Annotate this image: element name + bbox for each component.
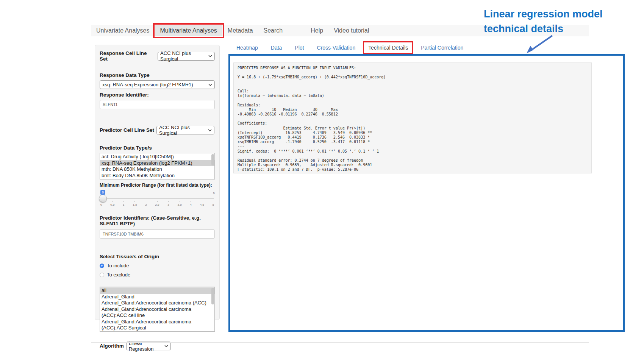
radio-to-exclude-label: To exclude — [107, 272, 130, 278]
annotation-heading-line1: Linear regression model — [484, 7, 643, 22]
tissue-listbox: all Adrenal_Gland Adrenal_Gland:Adrenoco… — [100, 287, 215, 332]
slider-tick: 2.5 — [155, 201, 159, 206]
tissue-origin-label: Select Tissue/s of Origin — [100, 254, 215, 259]
slider-tick: 1 — [123, 201, 124, 206]
response-identifier-input[interactable] — [100, 100, 215, 109]
response-cell-line-set-select[interactable]: ACC NCI plus Surgical — [158, 52, 215, 61]
annotation-arrow-icon — [522, 33, 556, 56]
scrollbar-thumb[interactable] — [211, 154, 214, 165]
radio-button-icon[interactable] — [100, 264, 104, 268]
predictor-data-type-option[interactable]: bmt: Body DNA 850K Methylation — [100, 173, 214, 179]
scrollbar-thumb[interactable] — [211, 288, 214, 304]
controls-sidebar: Response Cell Line Set ACC NCI plus Surg… — [95, 45, 220, 320]
algorithm-label: Algorithm — [100, 343, 124, 349]
slider-track[interactable] — [100, 198, 214, 199]
algorithm-select[interactable]: Linear Regression — [126, 342, 171, 350]
response-data-type-label: Response Data Type — [100, 72, 215, 78]
slider-tick: 0.5 — [110, 201, 114, 206]
predictor-data-type-option-selected[interactable]: xsq: RNA-seq Expression (log2 FPKM+1) — [100, 160, 214, 167]
chevron-down-icon — [208, 55, 212, 57]
nav-item-video-tutorial[interactable]: Video tutorial — [328, 25, 374, 36]
radio-button-icon[interactable] — [100, 273, 104, 277]
tissue-option[interactable]: Adrenal_Gland — [100, 294, 214, 300]
nav-item-univariate-analyses[interactable]: Univariate Analyses — [91, 25, 155, 36]
min-predictor-range-label: Minimum Predictor Range (for first liste… — [100, 183, 215, 188]
tab-cross-validation[interactable]: Cross-Validation — [317, 45, 356, 51]
min-predictor-range-slider: 0 5 0 0.5 1 1.5 2 2.5 3 3.5 4 4.5 5 — [100, 190, 215, 209]
algorithm-value: Linear Regression — [129, 340, 162, 352]
tab-technical-details[interactable]: Technical Details — [364, 42, 412, 53]
slider-tick: 2 — [145, 201, 147, 206]
slider-tick: 5 — [213, 201, 214, 206]
tissue-option[interactable]: Adrenal_Gland:Adrenocortical carcinoma (… — [100, 319, 214, 331]
response-data-type-value: xsq: RNA-seq Expression (log2 FPKM+1) — [102, 82, 193, 87]
slider-tick: 4 — [190, 201, 191, 206]
slider-max-label: 5 — [213, 191, 215, 195]
scrollbar-track[interactable] — [211, 154, 214, 178]
technical-details-highlight-panel: PREDICTED RESPONSE AS A FUNCTION OF INPU… — [228, 54, 625, 332]
radio-to-include[interactable]: To include — [100, 263, 215, 268]
predictor-cell-line-set-label: Predictor Cell Line Set — [100, 127, 154, 133]
tissue-option-selected[interactable]: all — [100, 287, 214, 294]
chevron-down-icon — [208, 129, 212, 131]
chevron-down-icon — [208, 84, 212, 86]
predictor-data-type-option[interactable]: act: Drug Activity (-log10[IC50M]) — [100, 154, 214, 160]
predictor-data-types-label: Predictor Data Type/s — [100, 145, 215, 151]
radio-to-include-label: To include — [107, 263, 129, 268]
slider-tick: 0 — [100, 201, 102, 206]
scrollbar-track[interactable] — [211, 288, 214, 331]
regression-summary-output: PREDICTED RESPONSE AS A FUNCTION OF INPU… — [233, 62, 592, 173]
bottom-divider — [91, 342, 589, 343]
nav-item-metadata[interactable]: Metadata — [222, 25, 258, 36]
response-cell-line-set-label: Response Cell Line Set — [100, 50, 155, 62]
annotation-heading-line2: technical details — [484, 22, 643, 36]
annotation-heading: Linear regression model technical detail… — [484, 7, 643, 36]
tab-heatmap[interactable]: Heatmap — [236, 45, 258, 51]
results-tabbar: Heatmap Data Plot Cross-Validation Techn… — [236, 45, 463, 51]
slider-tick: 1.5 — [133, 201, 137, 206]
predictor-cell-line-set-select[interactable]: ACC NCI plus Surgical — [156, 126, 214, 134]
predictor-identifiers-input[interactable] — [100, 229, 215, 239]
response-data-type-select[interactable]: xsq: RNA-seq Expression (log2 FPKM+1) — [100, 80, 215, 89]
slider-tick: 4.5 — [200, 201, 204, 206]
radio-to-exclude[interactable]: To exclude — [100, 272, 215, 278]
predictor-identifiers-label: Predictor Identifiers: (Case-Sensitive, … — [100, 215, 215, 226]
tissue-option[interactable]: Adrenal_Gland:Adrenocortical carcinoma (… — [100, 306, 214, 319]
slider-value-badge: 0 — [100, 190, 105, 195]
tab-plot[interactable]: Plot — [295, 45, 304, 51]
slider-tick: 3.5 — [178, 201, 182, 206]
predictor-data-type-option[interactable]: mth: DNA 850K Methylation — [100, 166, 214, 173]
response-cell-line-set-value: ACC NCI plus Surgical — [160, 50, 206, 62]
chevron-down-icon — [164, 345, 168, 347]
predictor-cell-line-set-value: ACC NCI plus Surgical — [159, 125, 206, 136]
nav-item-multivariate-analyses[interactable]: Multivariate Analyses — [155, 25, 222, 36]
tissue-option[interactable]: Adrenal_Gland:Adrenocortical carcinoma (… — [100, 300, 214, 306]
response-identifier-label: Response Identifier: — [100, 92, 215, 98]
slider-tick: 3 — [167, 201, 169, 206]
predictor-data-types-listbox: act: Drug Activity (-log10[IC50M]) xsq: … — [100, 153, 215, 179]
tab-data[interactable]: Data — [271, 45, 282, 51]
tab-partial-correlation[interactable]: Partial Correlation — [421, 45, 463, 51]
nav-item-help[interactable]: Help — [305, 25, 328, 36]
nav-item-search[interactable]: Search — [258, 25, 288, 36]
slider-tick-labels: 0 0.5 1 1.5 2 2.5 3 3.5 4 4.5 5 — [100, 201, 214, 206]
